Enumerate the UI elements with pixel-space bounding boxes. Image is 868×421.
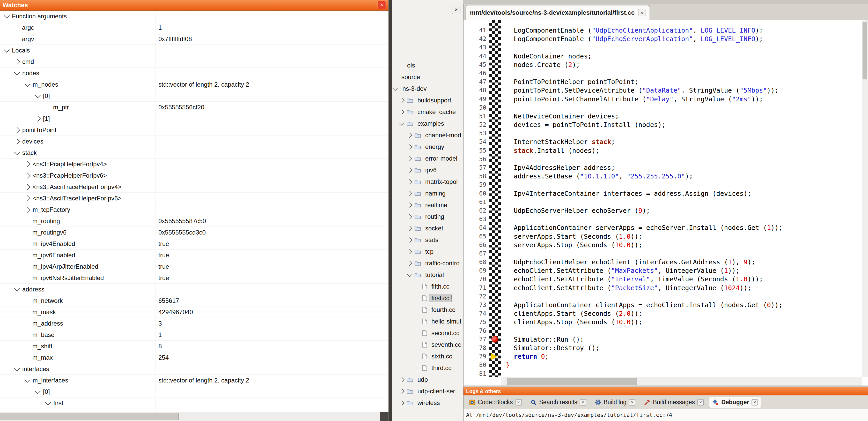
close-icon[interactable]: × — [638, 9, 645, 16]
close-icon[interactable]: × — [751, 399, 758, 406]
tree-item-realtime[interactable]: realtime — [392, 199, 463, 211]
tree-item-third-cc[interactable]: third.cc — [392, 362, 463, 374]
tree-item-sixth-cc[interactable]: sixth.cc — [392, 350, 463, 362]
watch-row-0[interactable]: [0] — [0, 386, 389, 397]
chevron-down-icon[interactable] — [45, 399, 51, 405]
code-line-77[interactable]: 77 Simulator::Run (); — [464, 335, 862, 344]
chevron-down-icon[interactable] — [4, 12, 10, 19]
code-line-79[interactable]: 79 return 0; — [464, 352, 862, 361]
chevron-right-icon[interactable] — [399, 98, 404, 103]
line-number[interactable]: 65 — [464, 232, 486, 241]
line-number[interactable]: 57 — [464, 163, 486, 172]
watch-row-first[interactable]: first — [0, 397, 389, 409]
logs-tab-build-messages[interactable]: Build messages× — [641, 397, 707, 408]
watch-row-m-max[interactable]: m_max254 — [0, 352, 389, 363]
watch-row-m-network[interactable]: m_network655617 — [0, 295, 389, 306]
scrollbar-thumb[interactable] — [507, 378, 637, 385]
watch-row-ns3-pcaphelperforipv4[interactable]: <ns3::PcapHelperForIpv4> — [0, 159, 389, 170]
tree-item-source[interactable]: source — [392, 71, 463, 83]
chevron-down-icon[interactable] — [14, 149, 20, 155]
tree-item-ols[interactable]: ols — [392, 60, 463, 71]
tree-item-ns-3-dev[interactable]: ns-3-dev — [392, 83, 463, 94]
tree-item-fifth-cc[interactable]: fifth.cc — [392, 281, 463, 292]
chevron-right-icon[interactable] — [407, 144, 412, 150]
code-line-63[interactable]: 63 — [464, 215, 862, 223]
tree-item-hello-simul[interactable]: hello-simul — [392, 316, 463, 327]
chevron-right-icon[interactable] — [407, 202, 412, 208]
code-line-43[interactable]: 43 — [464, 43, 862, 52]
line-number[interactable]: 71 — [464, 284, 486, 292]
code-line-59[interactable]: 59 — [464, 181, 862, 189]
watch-row-m-ipv4enabled[interactable]: m_ipv4Enabledtrue — [0, 238, 389, 250]
line-number[interactable]: 77 — [464, 335, 486, 344]
line-number[interactable]: 48 — [464, 86, 486, 95]
chevron-right-icon[interactable] — [399, 109, 404, 115]
chevron-right-icon[interactable] — [25, 172, 31, 179]
tree-item-matrix-topol[interactable]: matrix-topol — [392, 176, 463, 188]
chevron-down-icon[interactable] — [25, 81, 31, 87]
code-line-47[interactable]: 47 PointToPointHelper pointToPoint; — [464, 77, 862, 86]
code-line-73[interactable]: 73 ApplicationContainer clientApps = ech… — [464, 301, 862, 309]
line-number[interactable]: 66 — [464, 241, 486, 249]
chevron-down-icon[interactable] — [14, 69, 20, 75]
chevron-right-icon[interactable] — [407, 237, 412, 242]
chevron-down-icon[interactable] — [35, 388, 41, 394]
vertical-splitter[interactable] — [389, 0, 392, 421]
chevron-right-icon[interactable] — [407, 226, 412, 231]
line-number[interactable]: 55 — [464, 147, 486, 155]
code-line-57[interactable]: 57 Ipv4AddressHelper address; — [464, 163, 862, 172]
tree-item-ipv6[interactable]: ipv6 — [392, 164, 463, 176]
chevron-down-icon[interactable] — [393, 86, 398, 91]
watch-row-argv[interactable]: argv0x7fffffffdf08 — [0, 33, 389, 45]
watch-row-m-shift[interactable]: m_shift8 — [0, 341, 389, 352]
tree-item-routing[interactable]: routing — [392, 211, 463, 222]
line-number[interactable]: 72 — [464, 292, 486, 301]
tree-item-energy[interactable]: energy — [392, 141, 463, 153]
watch-row-cmd[interactable]: cmd — [0, 56, 389, 67]
watch-row-interfaces[interactable]: interfaces — [0, 363, 389, 375]
code-line-55[interactable]: 55 stack.Install (nodes); — [464, 147, 862, 155]
line-number[interactable]: 60 — [464, 189, 486, 198]
chevron-right-icon[interactable] — [25, 161, 31, 167]
code-line-61[interactable]: 61 — [464, 198, 862, 206]
code-line-49[interactable]: 49 pointToPoint.SetChannelAttribute ("De… — [464, 95, 862, 103]
tree-item-wireless[interactable]: wireless — [392, 397, 463, 409]
tree-item-udp[interactable]: udp — [392, 374, 463, 385]
tree-item-traffic-contro[interactable]: traffic-contro — [392, 257, 463, 269]
watch-row-pointtopoint[interactable]: pointToPoint — [0, 124, 389, 136]
watch-row-function-arguments[interactable]: Function arguments — [0, 10, 389, 22]
code-line-76[interactable]: 76 — [464, 327, 862, 335]
code-line-60[interactable]: 60 Ipv4InterfaceContainer interfaces = a… — [464, 189, 862, 198]
chevron-down-icon[interactable] — [25, 377, 31, 383]
scrollbar-thumb[interactable] — [1, 413, 179, 420]
watch-row-ns3-pcaphelperforipv6[interactable]: <ns3::PcapHelperForIpv6> — [0, 170, 389, 181]
chevron-down-icon[interactable] — [4, 46, 10, 53]
tree-item-tcp[interactable]: tcp — [392, 246, 463, 257]
code-line-65[interactable]: 65 serverApps.Start (Seconds (1.0)); — [464, 232, 862, 241]
watch-row-m-ipv6nsrsjitterenabled[interactable]: m_ipv6NsRsJitterEnabledtrue — [0, 272, 389, 284]
code-line-78[interactable]: 78 Simulator::Destroy (); — [464, 344, 862, 352]
line-number[interactable]: 78 — [464, 344, 486, 352]
code-line-66[interactable]: 66 serverApps.Stop (Seconds (10.0)); — [464, 241, 862, 249]
watch-row-0[interactable]: [0] — [0, 90, 389, 102]
chevron-right-icon[interactable] — [399, 400, 404, 406]
chevron-right-icon[interactable] — [407, 179, 412, 184]
line-number[interactable]: 46 — [464, 69, 486, 77]
watch-row-address[interactable]: address — [0, 284, 389, 295]
chevron-right-icon[interactable] — [14, 127, 20, 133]
line-number[interactable]: 41 — [464, 26, 486, 35]
code-line-81[interactable]: 81 — [464, 369, 862, 377]
line-number[interactable]: 68 — [464, 258, 486, 266]
editor-horizontal-scrollbar[interactable] — [501, 377, 862, 386]
watch-row-locals[interactable]: Locals — [0, 45, 389, 56]
line-number[interactable]: 50 — [464, 103, 486, 112]
line-number[interactable]: 75 — [464, 318, 486, 326]
watch-row-m-base[interactable]: m_base1 — [0, 329, 389, 341]
line-number[interactable]: 59 — [464, 181, 486, 189]
line-number[interactable]: 49 — [464, 95, 486, 103]
chevron-right-icon[interactable] — [399, 377, 404, 382]
chevron-right-icon[interactable] — [407, 214, 412, 219]
line-number[interactable]: 61 — [464, 198, 486, 206]
code-line-45[interactable]: 45 nodes.Create (2); — [464, 61, 862, 69]
watch-row-m-ipv6enabled[interactable]: m_ipv6Enabledtrue — [0, 250, 389, 261]
